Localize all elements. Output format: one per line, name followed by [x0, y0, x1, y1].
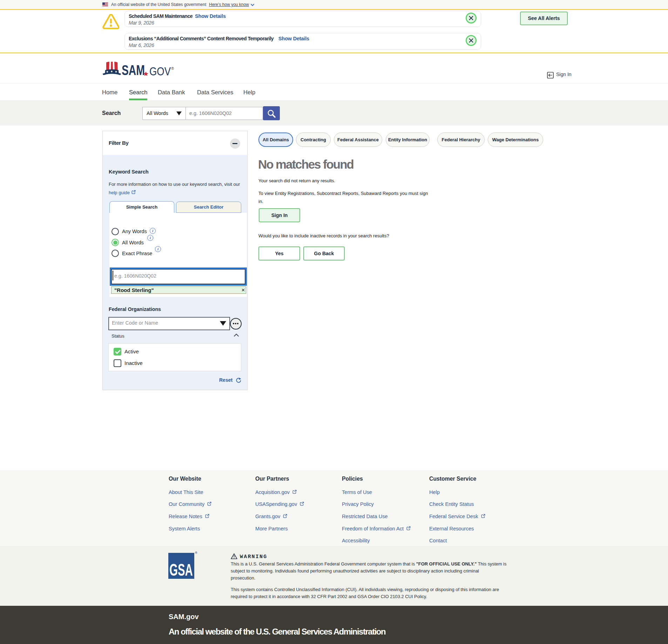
svg-text:SAM: SAM [122, 62, 145, 78]
svg-text:GOV: GOV [149, 65, 171, 78]
svg-text:®: ® [171, 66, 174, 70]
